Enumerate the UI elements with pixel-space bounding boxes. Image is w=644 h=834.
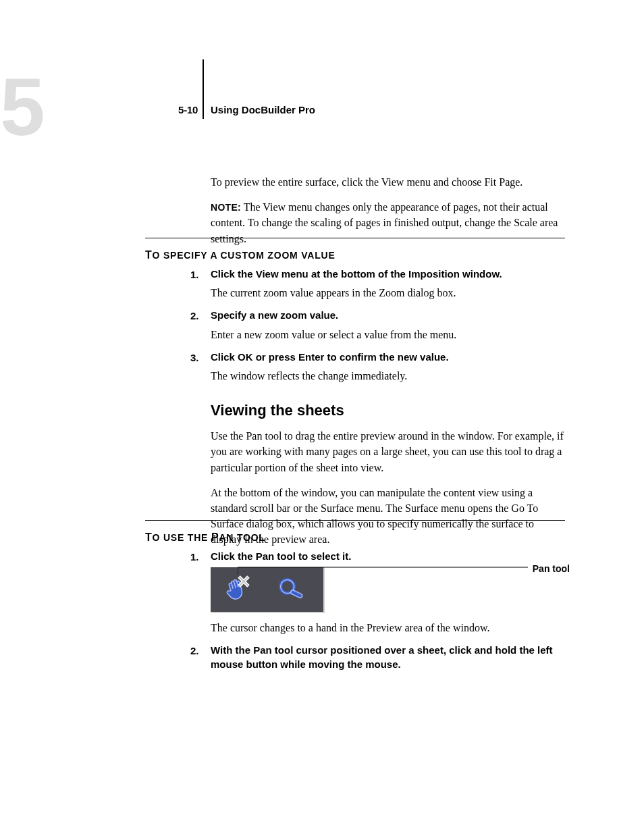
- procedure-2-title-leadcap2: P: [211, 531, 219, 543]
- intro-paragraph: To preview the entire surface, click the…: [211, 174, 565, 190]
- step-number: 2.: [190, 309, 199, 323]
- step-head: Click OK or press Enter to confirm the n…: [211, 350, 565, 364]
- step-body: Enter a new zoom value or select a value…: [211, 327, 565, 342]
- procedure-1-title-leadcap: T: [145, 249, 153, 261]
- step-body: The current zoom value appears in the Zo…: [211, 285, 565, 301]
- step-number: 2.: [190, 644, 199, 658]
- step-number: 1.: [190, 267, 199, 282]
- procedure-1-steps: 1. Click the View menu at the bottom of …: [211, 267, 565, 557]
- rule-2: [145, 520, 565, 521]
- procedure-2-title: TO USE THE PAN TOOL: [145, 529, 565, 545]
- zoom-tool-icon: [277, 574, 309, 606]
- body-text-block-1: To preview the entire surface, click the…: [211, 174, 565, 256]
- step-number: 1.: [190, 550, 199, 565]
- step-item: 2. With the Pan tool cursor positioned o…: [211, 644, 565, 671]
- section-p1: Use the Pan tool to drag the entire prev…: [211, 428, 565, 475]
- header-divider: [203, 59, 204, 119]
- page-number: 5-10: [178, 103, 198, 118]
- step-item: 2. Specify a new zoom value. Enter a new…: [211, 309, 565, 342]
- svg-rect-6: [290, 590, 303, 598]
- step-item: 1. Click the Pan tool to select it.: [211, 550, 565, 635]
- note-paragraph: NOTE: The View menu changes only the app…: [211, 199, 565, 246]
- section-heading: Viewing the sheets: [211, 400, 565, 421]
- page: 5 5-10 Using DocBuilder Pro To preview t…: [0, 0, 644, 834]
- running-head: Using DocBuilder Pro: [211, 103, 315, 118]
- step-body: The window reflects the change immediate…: [211, 368, 565, 384]
- step-number: 3.: [190, 350, 199, 365]
- step-head: Click the View menu at the bottom of the…: [211, 267, 565, 281]
- step-head: Click the Pan tool to select it.: [211, 550, 565, 563]
- note-label: NOTE:: [211, 202, 241, 213]
- rule-1: [145, 238, 565, 238]
- procedure-1-title: TO SPECIFY A CUSTOM ZOOM VALUE: [145, 247, 565, 263]
- callout-label: Pan tool: [516, 562, 570, 575]
- step-body: The cursor changes to a hand in the Prev…: [211, 620, 565, 635]
- chapter-number-glyph: 5: [0, 66, 45, 147]
- pan-tool-icon: [221, 574, 254, 606]
- procedure-2-title-leadcap: T: [145, 531, 153, 543]
- procedure-2-title-rest2: AN TOOL: [219, 532, 265, 543]
- procedure-2-title-rest: O USE THE: [153, 532, 211, 543]
- procedure-1-title-rest: O SPECIFY A CUSTOM ZOOM VALUE: [153, 250, 336, 261]
- step-item: 1. Click the View menu at the bottom of …: [211, 267, 565, 301]
- step-head: Specify a new zoom value.: [211, 309, 565, 322]
- procedure-2-steps: 1. Click the Pan tool to select it.: [211, 550, 565, 679]
- step-item: 3. Click OK or press Enter to confirm th…: [211, 350, 565, 384]
- step-head: With the Pan tool cursor positioned over…: [211, 644, 565, 671]
